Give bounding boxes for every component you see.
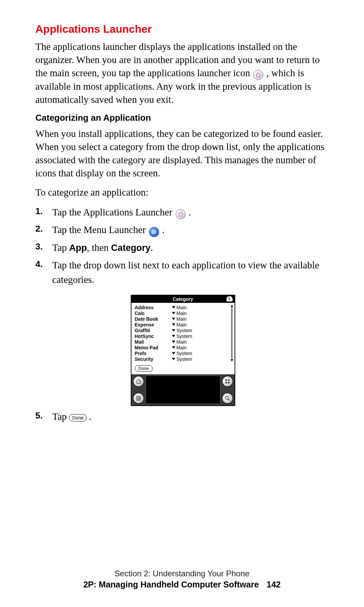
step-3-cat: Category (111, 243, 150, 253)
intro-paragraph: The applications launcher displays the a… (35, 40, 330, 107)
step-3: Tap App, then Category. (35, 240, 330, 255)
app-category-dropdown[interactable]: Main (172, 322, 232, 327)
page-footer: Section 2: Understanding Your Phone 2P: … (0, 569, 364, 589)
app-category-value: Main (177, 322, 187, 327)
step-1-text: Tap the Applications Launcher (52, 207, 175, 218)
app-category-value: Main (177, 345, 187, 350)
chevron-down-icon (172, 306, 175, 309)
app-name: Memo Pad (135, 345, 172, 350)
footer-section: Section 2: Understanding Your Phone (0, 569, 364, 578)
section-heading: Applications Launcher (35, 23, 330, 35)
app-category-value: System (177, 356, 192, 362)
app-name: Address (135, 305, 172, 310)
device-titlebar: Category i (131, 295, 235, 303)
silkscreen-area (131, 374, 235, 405)
step-5: Tap Done . (35, 409, 330, 424)
app-category-dropdown[interactable]: Main (172, 311, 232, 316)
app-name: Security (135, 356, 172, 362)
app-name: Calc (135, 311, 172, 316)
scroll-up-icon[interactable] (231, 305, 233, 307)
app-category-dropdown[interactable]: Main (172, 305, 232, 310)
app-name: Expense (135, 322, 172, 327)
lead-in-text: To categorize an application: (35, 186, 330, 199)
app-category-dropdown[interactable]: System (172, 334, 232, 339)
app-category-value: Main (177, 316, 187, 322)
silk-menu-button[interactable] (133, 393, 144, 404)
footer-chapter: 2P: Managing Handheld Computer Software (83, 580, 259, 589)
svg-rect-3 (228, 379, 230, 381)
svg-rect-5 (228, 382, 230, 383)
step-1-end: . (189, 207, 191, 218)
graffiti-area[interactable] (146, 376, 220, 404)
step-4: Tap the drop down list next to each appl… (35, 258, 330, 286)
app-category-value: System (177, 351, 192, 356)
chevron-down-icon (172, 335, 175, 337)
device-screenshot: Category i AddressMainCalcMainDate BookM… (131, 295, 235, 406)
svg-rect-4 (225, 382, 227, 383)
step-3-mid: , then (87, 242, 111, 253)
chevron-down-icon (172, 341, 175, 343)
step-2-end: . (162, 224, 164, 235)
silk-find-button[interactable] (222, 393, 233, 404)
app-category-dropdown[interactable]: System (172, 356, 232, 362)
subheading: Categorizing an Application (35, 113, 330, 123)
app-category-dropdown[interactable]: System (172, 351, 232, 356)
silk-home-button[interactable] (133, 376, 144, 387)
chevron-down-icon (172, 346, 175, 349)
svg-point-6 (225, 396, 229, 399)
chevron-down-icon (172, 318, 175, 320)
scrollbar[interactable] (231, 305, 233, 362)
app-name: Prefs (135, 351, 172, 356)
step-5-text: Tap (52, 411, 69, 422)
info-icon[interactable]: i (226, 296, 233, 301)
app-name: HotSync (135, 334, 172, 339)
chevron-down-icon (172, 329, 175, 331)
chevron-down-icon (172, 323, 175, 326)
done-button[interactable]: Done (135, 365, 153, 372)
step-1: Tap the Applications Launcher . (35, 205, 330, 219)
device-title: Category (173, 296, 193, 302)
step-5-end: . (89, 411, 91, 422)
home-icon (253, 70, 263, 80)
chevron-down-icon (172, 312, 175, 314)
app-category-dropdown[interactable]: Main (172, 339, 232, 345)
app-category-value: Main (177, 305, 187, 310)
categorize-paragraph: When you install applications, they can … (35, 127, 330, 180)
silk-apps-button[interactable] (222, 376, 233, 387)
chevron-down-icon (172, 352, 175, 354)
app-name: Date Book (135, 316, 172, 322)
step-2-text: Tap the Menu Launcher (52, 224, 148, 235)
menu-icon (149, 227, 159, 237)
step-2: Tap the Menu Launcher . (35, 223, 330, 237)
step-3-end: . (151, 242, 153, 253)
page-number: 142 (267, 580, 281, 589)
home-icon (176, 209, 186, 219)
scroll-down-icon[interactable] (231, 359, 233, 362)
done-pill-icon: Done (69, 414, 86, 422)
app-category-value: System (177, 334, 192, 339)
app-category-dropdown[interactable]: Main (172, 316, 232, 322)
step-3-app: App (69, 243, 87, 253)
app-category-value: Main (177, 311, 187, 316)
app-category-dropdown[interactable]: Main (172, 345, 232, 350)
app-category-value: System (177, 328, 192, 333)
chevron-down-icon (172, 358, 175, 360)
app-category-list: AddressMainCalcMainDate BookMainExpenseM… (135, 305, 232, 362)
app-name: Graffiti (135, 328, 172, 333)
app-category-dropdown[interactable]: System (172, 328, 232, 333)
step-3-a: Tap (52, 242, 69, 253)
app-category-value: Main (177, 339, 187, 345)
scroll-track-line (232, 308, 232, 358)
app-name: Mail (135, 339, 172, 345)
svg-rect-2 (225, 379, 227, 381)
